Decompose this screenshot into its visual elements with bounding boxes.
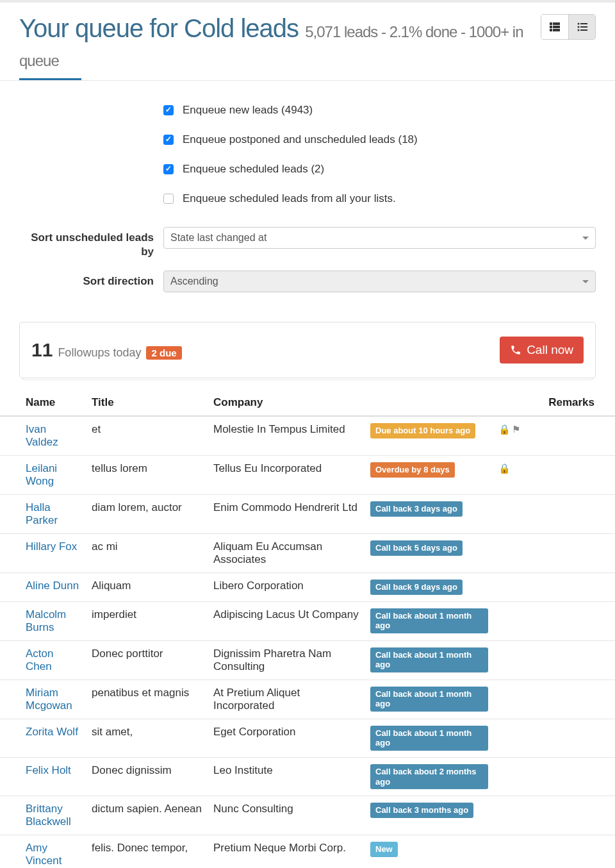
lead-name-link[interactable]: Acton Chen (26, 647, 53, 672)
followups-label: Followups today (58, 346, 141, 360)
checkbox-label: Enqueue scheduled leads (2) (183, 163, 324, 176)
svg-rect-1 (553, 22, 560, 25)
status-badge: Call back 9 days ago (370, 580, 463, 595)
lead-remarks (493, 601, 615, 640)
lock-icon: 🔒 (498, 463, 511, 474)
view-grid-button[interactable] (541, 15, 568, 39)
th-remarks: Remarks (493, 390, 615, 416)
chevron-down-icon (582, 237, 589, 240)
chevron-down-icon (582, 280, 589, 283)
lead-company: Eget Corporation (208, 719, 365, 757)
lock-icon: 🔒 (498, 424, 511, 435)
lead-company: At Pretium Aliquet Incorporated (208, 680, 365, 719)
lead-title: et (86, 416, 208, 456)
table-row: Hillary Foxac miAliquam Eu Accumsan Asso… (0, 534, 615, 573)
lead-company: Leo Institute (208, 757, 365, 796)
lead-remarks (493, 573, 615, 602)
lead-company: Pretium Neque Morbi Corp. (208, 835, 365, 868)
title-list-name: Cold leads (184, 14, 299, 42)
sort-direction-select[interactable]: Ascending (163, 271, 596, 292)
view-list-button[interactable] (568, 15, 595, 39)
followups-count: 11 (31, 339, 53, 361)
status-badge: Call back 3 days ago (370, 501, 463, 517)
call-now-label: Call now (527, 343, 573, 357)
th-list-icon (550, 22, 560, 31)
status-badge: Overdue by 8 days (370, 462, 455, 478)
sort-direction-value: Ascending (170, 276, 218, 287)
lead-name-link[interactable]: Halla Parker (26, 501, 58, 526)
table-row: Brittany Blackwelldictum sapien. AeneanN… (0, 796, 615, 835)
th-name: Name (0, 390, 86, 416)
lead-name-link[interactable]: Miriam Mcgowan (26, 687, 72, 712)
lead-name-link[interactable]: Malcolm Burns (26, 608, 66, 633)
table-row: Malcolm BurnsimperdietAdipiscing Lacus U… (0, 601, 615, 640)
svg-rect-9 (580, 26, 587, 28)
enqueue-checkbox-0[interactable]: Enqueue new leads (4943) (163, 104, 596, 117)
leads-table: Name Title Company Remarks Ivan Valdezet… (0, 390, 615, 868)
lead-title: Donec dignissim (86, 757, 208, 796)
enqueue-checkbox-3[interactable]: Enqueue scheduled leads from all your li… (163, 192, 596, 205)
list-icon (577, 22, 587, 31)
lead-title: ac mi (86, 534, 208, 573)
sort-direction-label: Sort direction (19, 271, 163, 292)
sort-by-value: State last changed at (170, 232, 266, 244)
lead-company: Molestie In Tempus Limited (208, 416, 365, 456)
lead-remarks: 🔒 (493, 456, 615, 495)
table-row: Miriam Mcgowanpenatibus et magnisAt Pret… (0, 680, 615, 719)
view-toggle (541, 14, 596, 40)
due-badge: 2 due (146, 346, 181, 360)
checkbox-input[interactable] (163, 105, 174, 115)
table-row: Aline DunnAliquamLibero CorporationCall … (0, 573, 615, 602)
lead-remarks (493, 796, 615, 835)
status-badge: Call back 3 months ago (370, 803, 473, 818)
table-row: Amy Vincentfelis. Donec tempor,Pretium N… (0, 835, 615, 868)
lead-remarks (493, 640, 615, 680)
svg-rect-3 (553, 26, 560, 28)
lead-name-link[interactable]: Ivan Valdez (26, 423, 58, 448)
lead-name-link[interactable]: Leilani Wong (26, 462, 57, 487)
checkbox-label: Enqueue new leads (4943) (183, 104, 313, 117)
followups-card: 11 Followups today 2 due Call now (19, 322, 596, 378)
checkbox-input[interactable] (163, 135, 174, 145)
sort-by-select[interactable]: State last changed at (163, 227, 596, 249)
lead-title: Aliquam (86, 573, 208, 602)
lead-remarks (493, 719, 615, 757)
th-company: Company (208, 390, 365, 416)
lead-name-link[interactable]: Zorita Wolf (26, 726, 78, 738)
status-badge: Call back about 1 month ago (370, 647, 488, 672)
status-badge: New (370, 842, 398, 857)
lead-title: tellus lorem (86, 456, 208, 495)
lead-title: Donec porttitor (86, 640, 208, 680)
lead-remarks (493, 680, 615, 719)
lead-name-link[interactable]: Brittany Blackwell (26, 803, 71, 828)
checkbox-input[interactable] (163, 194, 174, 204)
table-row: Acton ChenDonec porttitorDignissim Phare… (0, 640, 615, 680)
title-prefix: Your queue for (19, 14, 184, 42)
lead-title: diam lorem, auctor (86, 495, 208, 534)
lead-title: penatibus et magnis (86, 680, 208, 719)
lead-name-link[interactable]: Aline Dunn (26, 580, 79, 592)
status-badge: Call back about 1 month ago (370, 608, 488, 633)
lead-company: Tellus Eu Incorporated (208, 456, 365, 495)
lead-company: Libero Corporation (208, 573, 365, 602)
status-badge: Call back 5 days ago (370, 540, 463, 556)
status-badge: Call back about 1 month ago (370, 687, 488, 712)
phone-icon (510, 344, 521, 356)
lead-company: Adipiscing Lacus Ut Company (208, 601, 365, 640)
call-now-button[interactable]: Call now (500, 337, 584, 363)
enqueue-checkbox-2[interactable]: Enqueue scheduled leads (2) (163, 163, 596, 176)
lead-name-link[interactable]: Hillary Fox (26, 540, 77, 553)
lead-company: Dignissim Pharetra Nam Consulting (208, 640, 365, 680)
checkbox-input[interactable] (163, 164, 174, 174)
enqueue-checkbox-1[interactable]: Enqueue postponed and unscheduled leads … (163, 133, 596, 146)
svg-point-8 (577, 26, 579, 28)
table-row: Ivan ValdezetMolestie In Tempus LimitedD… (0, 416, 615, 456)
lead-company: Enim Commodo Hendrerit Ltd (208, 495, 365, 534)
lead-title: dictum sapien. Aenean (86, 796, 208, 835)
svg-point-10 (577, 29, 579, 31)
flag-icon: ⚑ (512, 424, 520, 435)
lead-name-link[interactable]: Felix Holt (26, 764, 71, 776)
lead-name-link[interactable]: Amy Vincent (26, 842, 62, 867)
lead-company: Nunc Consulting (208, 796, 365, 835)
checkbox-label: Enqueue scheduled leads from all your li… (183, 192, 396, 205)
